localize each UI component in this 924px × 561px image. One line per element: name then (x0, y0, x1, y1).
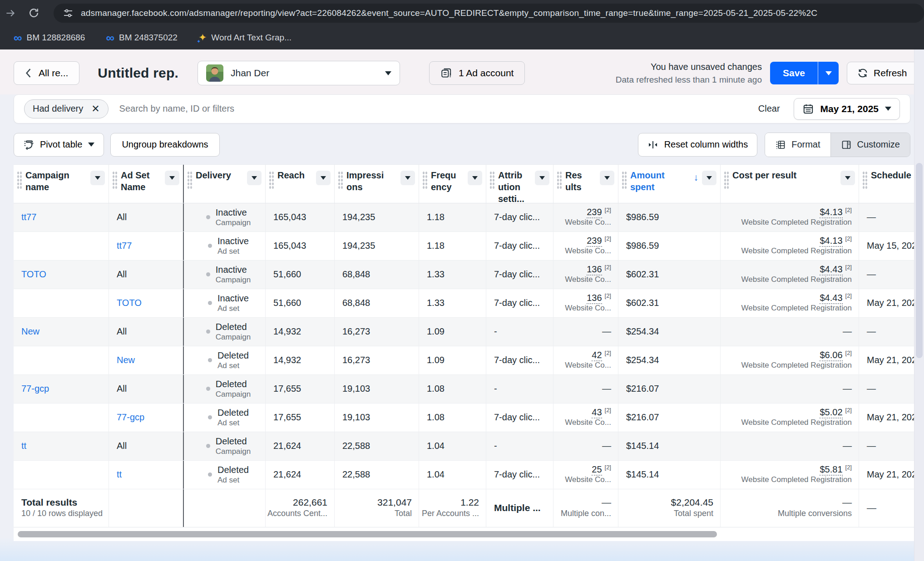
column-menu-button[interactable] (535, 171, 549, 185)
results-number[interactable]: 136 (587, 293, 602, 304)
cost-number[interactable]: $6.06 (820, 350, 842, 361)
delivery-cell: DeletedAd set (184, 346, 266, 374)
column-menu-button[interactable] (400, 171, 415, 185)
cost-number[interactable]: $5.02 (820, 407, 842, 418)
search-input[interactable]: Search by name, ID or filters (119, 103, 234, 114)
column-header-campaign[interactable]: Campaign name (14, 165, 109, 203)
column-menu-button[interactable] (840, 171, 855, 185)
column-drag-handle[interactable] (17, 171, 22, 189)
column-drag-handle[interactable] (338, 171, 343, 189)
reset-column-widths-button[interactable]: Reset column widths (638, 133, 758, 157)
column-header-frequency[interactable]: Frequ ency (419, 165, 486, 203)
schedule-cell: May 21, 202 (859, 461, 914, 489)
column-header-delivery[interactable]: Delivery (184, 165, 266, 203)
ad-set-link[interactable]: tt (117, 469, 183, 480)
cost-value: $4.13[2] (820, 235, 852, 246)
column-header-attribution[interactable]: Attrib ution setti... (486, 165, 553, 203)
campaign-link[interactable]: TOTO (21, 269, 109, 280)
address-bar[interactable]: adsmanager.facebook.com/adsmanager/repor… (54, 4, 924, 23)
column-header-results[interactable]: Res ults (553, 165, 618, 203)
cost-number[interactable]: $4.13 (820, 236, 842, 247)
campaign-name-cell (14, 346, 109, 374)
horizontal-scrollbar-thumb[interactable] (18, 531, 717, 537)
results-number[interactable]: 239 (587, 207, 602, 218)
delivery-level-text: Campaign (216, 333, 251, 342)
total-value: 321,047 (377, 497, 412, 508)
cost-number[interactable]: $4.43 (820, 293, 842, 304)
column-header-reach[interactable]: Reach (266, 165, 335, 203)
refresh-button[interactable]: Refresh (847, 62, 924, 84)
column-header-impressions[interactable]: Impressi ons (335, 165, 419, 203)
horizontal-scrollbar[interactable] (14, 527, 914, 541)
campaign-link[interactable]: tt (21, 441, 109, 451)
ad-set-link[interactable]: New (117, 355, 183, 365)
column-drag-handle[interactable] (187, 171, 192, 189)
column-drag-handle[interactable] (489, 171, 494, 189)
ad-set-name-cell: All (109, 203, 184, 231)
column-drag-handle[interactable] (724, 171, 729, 189)
column-header-schedule[interactable]: Schedule (859, 165, 914, 203)
column-drag-handle[interactable] (269, 171, 274, 189)
save-button[interactable]: Save (770, 62, 818, 84)
ad-set-link[interactable]: TOTO (117, 298, 183, 308)
impressions-cell: 194,235 (335, 232, 419, 260)
column-header-amount[interactable]: Amount spent↓ (618, 165, 721, 203)
date-range-button[interactable]: May 21, 2025 (794, 98, 900, 120)
column-drag-handle[interactable] (422, 171, 427, 189)
campaign-link[interactable]: tt77 (21, 212, 109, 222)
vertical-scrollbar[interactable] (914, 49, 924, 561)
results-number[interactable]: 43 (592, 407, 602, 418)
column-drag-handle[interactable] (862, 171, 867, 189)
cost-value: $5.02[2] (820, 407, 852, 418)
pivot-table-dropdown[interactable]: Pivot table (14, 133, 104, 157)
bookmark-bm1[interactable]: ∞ BM 128828686 (14, 32, 85, 44)
total-value-label: Accounts Cent... (267, 508, 327, 519)
back-to-all-reports-button[interactable]: All re... (14, 61, 79, 85)
customize-button[interactable]: Customize (830, 133, 910, 157)
footnote-ref: [2] (845, 235, 852, 242)
bookmark-bm2[interactable]: ∞ BM 248375022 (106, 32, 177, 44)
delivery-status-text: Deleted (217, 407, 249, 418)
results-number[interactable]: 239 (587, 236, 602, 247)
column-header-adset[interactable]: Ad Set Name (109, 165, 184, 203)
ad-set-link[interactable]: tt77 (117, 241, 183, 251)
cost-number[interactable]: $4.43 (820, 264, 842, 276)
column-menu-button[interactable] (247, 171, 262, 185)
format-button[interactable]: Format (765, 133, 830, 157)
campaign-link[interactable]: 77-gcp (21, 384, 109, 394)
column-header-cost[interactable]: Cost per result (721, 165, 859, 203)
delivery-status: InactiveAd set (217, 236, 249, 256)
results-number[interactable]: 25 (592, 464, 602, 476)
cost-value: $4.43[2] (820, 292, 852, 303)
ungroup-breakdowns-button[interactable]: Ungroup breakdowns (110, 133, 219, 157)
column-drag-handle[interactable] (622, 171, 627, 189)
column-menu-button[interactable] (468, 171, 482, 185)
column-drag-handle[interactable] (557, 171, 562, 189)
close-icon[interactable]: ✕ (91, 103, 99, 115)
column-menu-button[interactable] (165, 171, 179, 185)
column-menu-button[interactable] (600, 171, 614, 185)
results-number[interactable]: 42 (592, 350, 602, 361)
vertical-scrollbar-thumb[interactable] (916, 163, 923, 358)
filter-chip-had-delivery[interactable]: Had delivery ✕ (24, 99, 109, 118)
bookmark-wordart[interactable]: ✦✦ Word Art Text Grap... (198, 32, 292, 44)
column-menu-button[interactable] (702, 171, 716, 185)
campaign-link[interactable]: New (21, 326, 109, 337)
site-controls-icon[interactable] (63, 8, 74, 19)
column-menu-button[interactable] (316, 171, 331, 185)
column-drag-handle[interactable] (112, 171, 117, 189)
results-number[interactable]: 136 (587, 264, 602, 276)
column-menu-button[interactable] (90, 171, 105, 185)
save-options-button[interactable] (818, 62, 839, 84)
cost-number[interactable]: $4.13 (820, 207, 842, 218)
refresh-icon (857, 68, 868, 79)
results-value: 25[2] (592, 464, 611, 475)
reload-icon[interactable] (28, 7, 42, 19)
clear-filters-link[interactable]: Clear (758, 103, 780, 114)
total-amount-cell: $2,204.45Total spent (618, 489, 721, 527)
ad-set-link[interactable]: 77-gcp (117, 412, 183, 423)
report-owner-dropdown[interactable]: Jhan Der (198, 61, 400, 85)
cost-number[interactable]: $5.81 (820, 464, 842, 476)
ad-account-button[interactable]: 1 Ad account (429, 61, 525, 85)
forward-arrow-icon[interactable] (5, 7, 18, 19)
